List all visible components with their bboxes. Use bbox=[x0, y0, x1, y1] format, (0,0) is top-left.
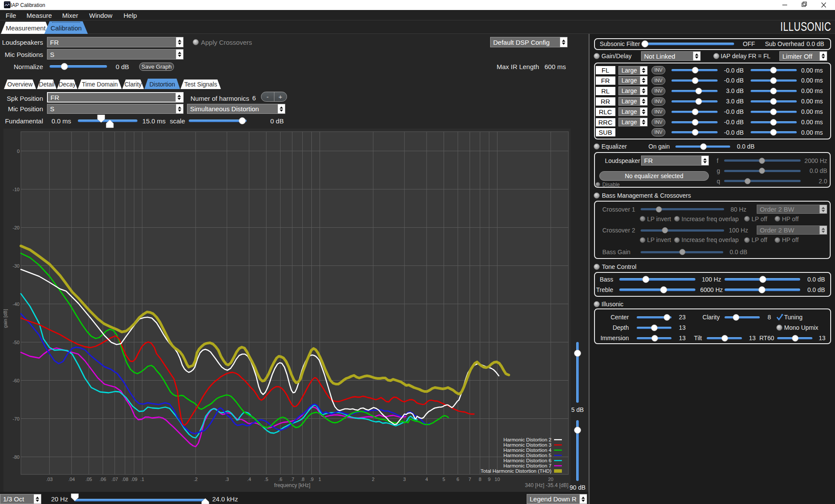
svg-text:-30: -30 bbox=[13, 263, 20, 269]
svg-text:2: 2 bbox=[372, 477, 374, 482]
svg-text:.07: .07 bbox=[111, 477, 118, 482]
svg-text:.5: .5 bbox=[264, 477, 268, 482]
svg-text:5: 5 bbox=[442, 477, 445, 482]
svg-text:Harmonic Distortion 2: Harmonic Distortion 2 bbox=[503, 437, 551, 442]
svg-text:-40: -40 bbox=[13, 302, 20, 307]
svg-text:.8: .8 bbox=[301, 477, 304, 482]
svg-text:-60: -60 bbox=[13, 378, 20, 383]
svg-text:20: 20 bbox=[548, 477, 553, 482]
svg-text:.7: .7 bbox=[290, 477, 294, 482]
svg-text:Harmonic Distortion 5: Harmonic Distortion 5 bbox=[503, 453, 551, 458]
svg-text:.3: .3 bbox=[225, 477, 229, 482]
svg-text:-80: -80 bbox=[13, 454, 20, 460]
svg-text:.09: .09 bbox=[131, 477, 137, 482]
svg-text:.2: .2 bbox=[194, 477, 197, 482]
svg-text:Total Harmonic Distortion (THD: Total Harmonic Distortion (THD) bbox=[481, 468, 551, 474]
svg-text:4: 4 bbox=[425, 477, 428, 482]
svg-text:-10: -10 bbox=[13, 187, 20, 192]
svg-text:.9: .9 bbox=[310, 477, 314, 482]
svg-text:Harmonic Distortion 7: Harmonic Distortion 7 bbox=[503, 463, 551, 468]
svg-text:gain [dB]: gain [dB] bbox=[3, 309, 8, 328]
svg-text:.04: .04 bbox=[68, 477, 75, 482]
svg-text:8: 8 bbox=[479, 477, 481, 482]
svg-text:-70: -70 bbox=[13, 416, 20, 421]
svg-text:10: 10 bbox=[494, 477, 500, 482]
svg-text:0: 0 bbox=[17, 149, 20, 154]
svg-text:Harmonic Distortion 4: Harmonic Distortion 4 bbox=[503, 448, 551, 453]
svg-text:6: 6 bbox=[457, 477, 459, 482]
svg-text:.06: .06 bbox=[100, 477, 106, 482]
svg-text:.03: .03 bbox=[46, 477, 53, 482]
svg-text:-50: -50 bbox=[13, 340, 20, 345]
svg-text:frequency [kHz]: frequency [kHz] bbox=[274, 482, 310, 488]
svg-text:Harmonic Distortion 3: Harmonic Distortion 3 bbox=[503, 442, 551, 448]
svg-text:9: 9 bbox=[488, 477, 491, 482]
svg-text:.4: .4 bbox=[247, 477, 251, 482]
svg-text:340 [Hz] -35.4 [dB]: 340 [Hz] -35.4 [dB] bbox=[525, 482, 568, 488]
svg-text:.6: .6 bbox=[278, 477, 282, 482]
svg-text:Harmonic Distortion 6: Harmonic Distortion 6 bbox=[503, 458, 551, 463]
svg-text:1: 1 bbox=[318, 477, 321, 482]
svg-text:7: 7 bbox=[468, 477, 471, 482]
svg-text:.05: .05 bbox=[85, 477, 92, 482]
svg-text:.08: .08 bbox=[122, 477, 128, 482]
svg-text:3: 3 bbox=[403, 477, 406, 482]
svg-text:.1: .1 bbox=[140, 477, 144, 482]
svg-text:-20: -20 bbox=[13, 225, 20, 230]
